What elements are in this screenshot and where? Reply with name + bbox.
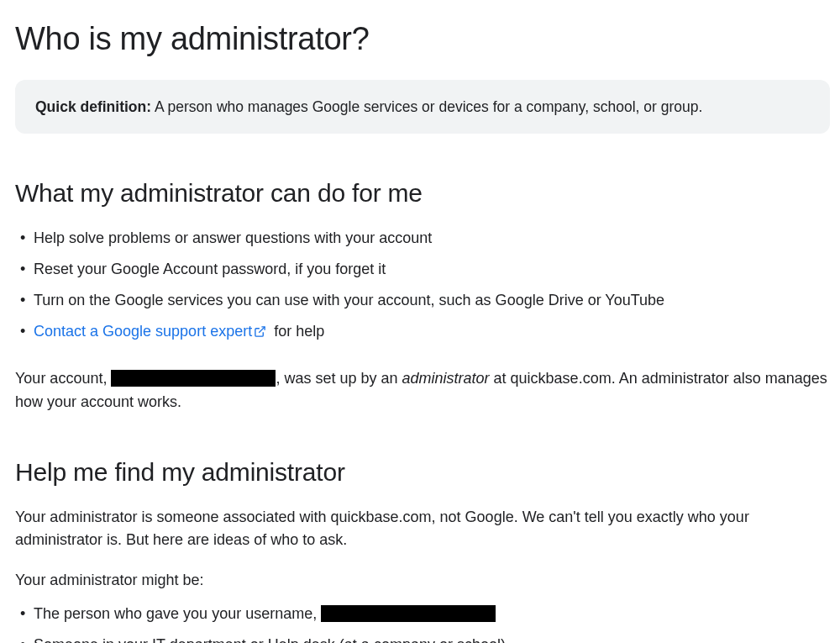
contact-support-link[interactable]: Contact a Google support expert	[34, 323, 252, 340]
admin-candidates-list: The person who gave you your username, S…	[15, 603, 830, 643]
list-item: Turn on the Google services you can use …	[15, 289, 830, 313]
section-what-admin-can-do: What my administrator can do for me Help…	[15, 174, 830, 414]
quick-definition-label: Quick definition:	[35, 98, 151, 115]
external-link-icon	[254, 322, 266, 345]
quick-definition-box: Quick definition: A person who manages G…	[15, 80, 830, 134]
find-admin-intro: Your administrator is someone associated…	[15, 506, 830, 553]
svg-line-0	[259, 327, 265, 333]
list-item: The person who gave you your username,	[15, 603, 830, 626]
redacted-account	[111, 370, 276, 387]
admin-capabilities-list: Help solve problems or answer questions …	[15, 227, 830, 345]
list-item: Reset your Google Account password, if y…	[15, 258, 830, 282]
list-item: Contact a Google support expert for help	[15, 320, 830, 345]
account-setup-paragraph: Your account, , was set up by an adminis…	[15, 367, 830, 414]
list-item: Someone in your IT department or Help de…	[15, 634, 830, 643]
redacted-username	[321, 605, 496, 622]
list-item: Help solve problems or answer questions …	[15, 227, 830, 250]
contact-suffix: for help	[270, 323, 324, 340]
page-title: Who is my administrator?	[15, 15, 830, 63]
section-find-admin: Help me find my administrator Your admin…	[15, 453, 830, 643]
heading-what-admin-can-do: What my administrator can do for me	[15, 174, 830, 212]
heading-find-admin: Help me find my administrator	[15, 453, 830, 491]
might-be-label: Your administrator might be:	[15, 569, 830, 593]
quick-definition-text: A person who manages Google services or …	[151, 98, 702, 115]
